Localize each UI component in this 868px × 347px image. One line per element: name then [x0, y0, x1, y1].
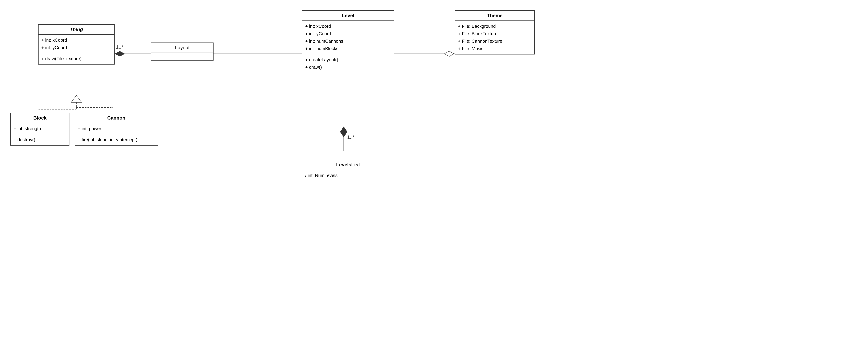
theme-attr-1: + File: Background — [458, 23, 532, 30]
theme-attributes: + File: Background + File: BlockTexture … — [455, 21, 534, 54]
thing-method-1: + draw(File: texture) — [41, 55, 112, 62]
block-class: Block + int: strength + destroy() — [10, 113, 69, 146]
svg-text:1..*: 1..* — [116, 44, 123, 50]
block-method-1: + destroy() — [13, 136, 66, 144]
svg-marker-11 — [71, 95, 82, 102]
level-method-2: + draw() — [305, 63, 391, 71]
block-attr-1: + int: strength — [13, 125, 66, 132]
level-class-header: Level — [302, 11, 394, 21]
svg-text:1..*: 1..* — [347, 134, 354, 140]
theme-class-header: Theme — [455, 11, 534, 21]
cannon-attr-1: + int: power — [78, 125, 155, 132]
level-attr-2: + int: yCoord — [305, 30, 391, 37]
svg-marker-9 — [444, 51, 454, 56]
cannon-class-header: Cannon — [75, 113, 158, 123]
levelslist-attr-1: / int: NumLevels — [305, 172, 391, 179]
level-attr-3: + int: numCannons — [305, 37, 391, 45]
levelslist-class: LevelsList / int: NumLevels — [302, 160, 394, 181]
cannon-method-1: + fire(int: slope, int yIntercept) — [78, 136, 155, 144]
connections-svg: 1..* 1 1 1 — [0, 0, 868, 347]
block-attributes: + int: strength — [11, 123, 69, 134]
layout-class: Layout — [151, 42, 214, 61]
level-attr-1: + int: xCoord — [305, 23, 391, 30]
layout-class-header: Layout — [151, 43, 213, 53]
thing-attr-2: + int: yCoord — [41, 44, 112, 51]
level-methods: + createLayout() + draw() — [302, 54, 394, 73]
layout-class-body — [151, 53, 213, 60]
svg-marker-19 — [340, 127, 347, 137]
cannon-class: Cannon + int: power + fire(int: slope, i… — [75, 113, 158, 146]
levelslist-attributes: / int: NumLevels — [302, 170, 394, 181]
svg-marker-1 — [115, 51, 125, 56]
level-attr-4: + int: numBlocks — [305, 45, 391, 53]
levelslist-class-header: LevelsList — [302, 160, 394, 170]
thing-attr-1: + int: xCoord — [41, 36, 112, 44]
level-class: Level + int: xCoord + int: yCoord + int:… — [302, 10, 394, 73]
cannon-methods: + fire(int: slope, int yIntercept) — [75, 134, 158, 145]
theme-class: Theme + File: Background + File: BlockTe… — [455, 10, 535, 55]
thing-class-header: Thing — [38, 25, 114, 35]
block-class-header: Block — [11, 113, 69, 123]
block-methods: + destroy() — [11, 134, 69, 145]
theme-attr-3: + File: CannonTexture — [458, 37, 532, 45]
theme-attr-2: + File: BlockTexture — [458, 30, 532, 37]
thing-attributes: + int: xCoord + int: yCoord — [38, 35, 114, 53]
thing-methods: + draw(File: texture) — [38, 53, 114, 64]
level-method-1: + createLayout() — [305, 56, 391, 63]
level-attributes: + int: xCoord + int: yCoord + int: numCa… — [302, 21, 394, 54]
diagram-container: 1..* 1 1 1 — [0, 0, 868, 347]
cannon-attributes: + int: power — [75, 123, 158, 134]
theme-attr-4: + File: Music — [458, 45, 532, 53]
thing-class: Thing + int: xCoord + int: yCoord + draw… — [38, 24, 115, 65]
